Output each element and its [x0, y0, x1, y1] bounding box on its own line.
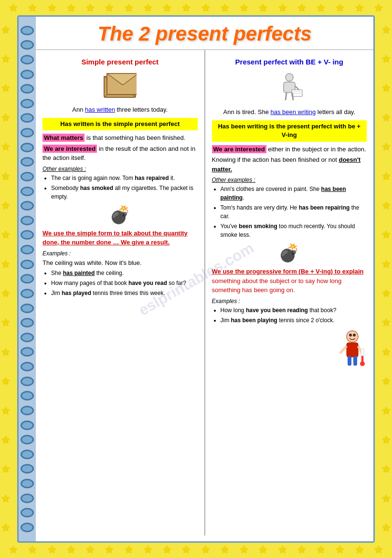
star-bottom-5: ★	[85, 544, 95, 556]
left-examples-label: Examples :	[42, 250, 198, 257]
title-bar: The 2 present perfects	[36, 17, 373, 49]
person-writing-icon	[212, 73, 367, 105]
right-prog-form-rest: something about the subject or to say ho…	[212, 277, 342, 294]
star-top-8: ★	[143, 2, 153, 14]
star-bottom-1: ★	[9, 544, 18, 556]
svg-point-14	[347, 331, 358, 342]
star-bottom-11: ★	[201, 544, 211, 556]
character-illustration-area	[212, 329, 367, 379]
star-left-7: ★	[1, 200, 11, 212]
star-right-5: ★	[381, 141, 391, 153]
right-examples-list: Ann's clothes are covered in paint. She …	[212, 185, 367, 239]
left-bottom-list: She has painted the ceiling. How many pa…	[42, 269, 198, 297]
svg-point-24	[353, 334, 356, 337]
envelope-icon	[42, 73, 198, 103]
svg-line-13	[292, 93, 293, 100]
left-examples-list: The car is going again now. Tom has repa…	[42, 174, 198, 201]
star-top-18: ★	[335, 2, 345, 14]
star-bottom-17: ★	[316, 544, 326, 556]
right-other-examples-label: Other examples :	[212, 177, 367, 183]
right-example-1: Ann's clothes are covered in paint. She …	[221, 185, 367, 202]
star-bottom-8: ★	[143, 544, 153, 556]
svg-rect-15	[347, 343, 358, 357]
star-right-15: ★	[381, 434, 391, 446]
star-left-6: ★	[1, 170, 11, 183]
left-bottom-2: How many pages of that book have you rea…	[51, 279, 198, 287]
right-highlight-yellow: Has been writing is the present perfect …	[212, 120, 367, 141]
svg-point-6	[286, 74, 293, 81]
star-top-6: ★	[105, 2, 114, 14]
right-body-text-2: Knowing if the action has been finished …	[212, 155, 367, 174]
star-top-19: ★	[355, 2, 364, 14]
star-top-11: ★	[201, 2, 211, 14]
right-bottom-list: How long have you been reading that book…	[212, 306, 367, 325]
right-examples-label: Examples :	[212, 298, 367, 305]
right-text-after-1: either in the subject or in the action.	[268, 146, 366, 153]
left-example-1: The car is going again now. Tom has repa…	[51, 174, 198, 182]
left-other-examples-label: Other examples :	[42, 166, 198, 172]
left-column: Simple present perfect Ann has written	[36, 50, 205, 536]
left-bomb-icon: 💣	[42, 205, 198, 225]
left-body-text-1: What matters is that something has been …	[42, 133, 198, 143]
star-left-9: ★	[1, 258, 11, 271]
star-left-15: ★	[1, 434, 11, 446]
doesnt-matter-text: doesn't matter.	[212, 156, 361, 173]
star-left-4: ★	[1, 112, 11, 124]
svg-line-12	[286, 93, 286, 100]
star-top-12: ★	[220, 2, 230, 14]
right-bomb-icon: 💣	[212, 243, 367, 263]
svg-line-18	[340, 346, 347, 353]
star-right-13: ★	[381, 375, 391, 388]
star-bottom-10: ★	[181, 544, 191, 556]
star-right-3: ★	[381, 82, 391, 95]
star-bottom-15: ★	[278, 544, 287, 556]
star-left-10: ★	[1, 287, 11, 300]
star-right-10: ★	[381, 287, 391, 300]
svg-point-23	[349, 334, 352, 337]
star-bottom-12: ★	[220, 544, 230, 556]
right-bottom-2: Jim has been playing tennis since 2 o'cl…	[221, 316, 367, 325]
star-top-14: ★	[258, 2, 268, 14]
left-prog-form-text: We use the simple form to talk about the…	[42, 229, 198, 247]
right-column-header: Present perfect with BE + V- ing	[212, 55, 367, 70]
star-bottom-4: ★	[66, 544, 76, 556]
star-top-10: ★	[181, 2, 191, 14]
star-bottom-19: ★	[355, 544, 364, 556]
left-example-sentence: Ann has written three letters today.	[42, 105, 198, 114]
star-bottom-16: ★	[297, 544, 307, 556]
star-left-13: ★	[1, 375, 11, 388]
we-are-interested-left: We are interested	[42, 145, 97, 153]
left-body-text-2: We are interested in the result of the a…	[42, 144, 198, 163]
star-top-4: ★	[66, 2, 76, 14]
star-top-20: ★	[374, 2, 383, 14]
star-left-2: ★	[1, 53, 11, 65]
star-left-1: ★	[1, 24, 11, 36]
star-top-15: ★	[278, 2, 287, 14]
svg-rect-16	[348, 356, 351, 366]
right-highlight-verb: has been writing	[270, 108, 316, 116]
star-top-5: ★	[85, 2, 95, 14]
star-right-6: ★	[381, 170, 391, 183]
star-top-1: ★	[9, 2, 18, 14]
right-example-sentence: Ann is tired. She has been writing lette…	[212, 108, 367, 116]
star-bottom-20: ★	[374, 544, 383, 556]
right-body-text-1: We are interested either in the subject …	[212, 145, 367, 154]
star-top-17: ★	[316, 2, 326, 14]
columns-container: Simple present perfect Ann has written	[36, 49, 373, 536]
star-left-17: ★	[1, 493, 11, 505]
star-right-4: ★	[381, 112, 391, 124]
star-right-14: ★	[381, 405, 391, 417]
star-left-5: ★	[1, 141, 11, 153]
left-prog-form-underline: We use the simple form to talk about the…	[42, 230, 188, 246]
star-right-17: ★	[381, 493, 391, 505]
left-bottom-1: She has painted the ceiling.	[51, 269, 198, 277]
left-highlight-verb: has written	[85, 106, 115, 113]
we-are-interested-right: We are interested	[212, 145, 266, 153]
star-bottom-2: ★	[28, 544, 37, 556]
star-top-2: ★	[28, 2, 37, 14]
star-right-7: ★	[381, 200, 391, 212]
star-right-8: ★	[381, 229, 391, 241]
star-top-9: ★	[162, 2, 172, 14]
star-left-14: ★	[1, 405, 11, 417]
left-text-after-1: is that something has been finished.	[86, 134, 185, 141]
